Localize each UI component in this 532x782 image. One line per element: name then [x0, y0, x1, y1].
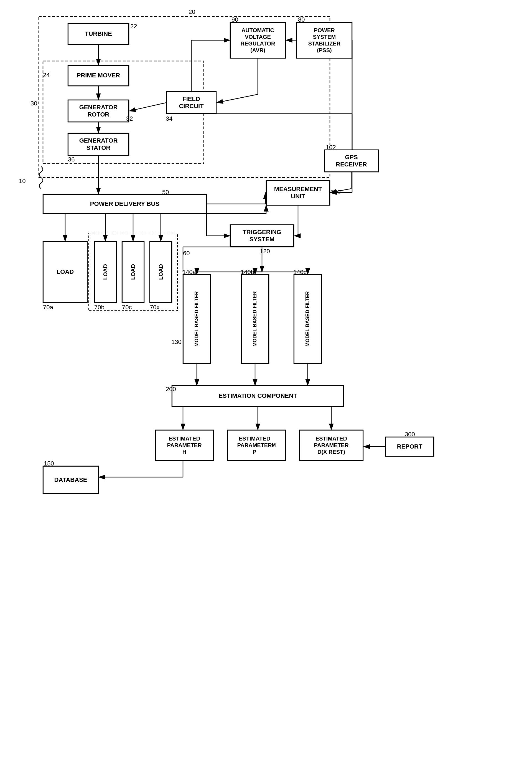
ref-300: 300	[405, 431, 415, 438]
box-load-a: LOAD	[43, 241, 87, 303]
box-field-circuit: FIELDCIRCUIT	[166, 92, 216, 114]
ref-70b: 70b	[94, 304, 105, 311]
box-prime-mover: PRIME MOVER	[68, 65, 129, 86]
ref-70a: 70a	[43, 304, 53, 311]
box-estimated-d: ESTIMATEDPARAMETERD(X REST)	[299, 430, 363, 461]
svg-line-14	[217, 94, 258, 103]
box-report: REPORT	[385, 437, 434, 456]
box-mbf-a: MODEL BASED FILTER	[183, 275, 211, 363]
box-measurement-unit: MEASUREMENTUNIT	[266, 180, 330, 205]
svg-line-38	[227, 192, 266, 194]
ref-34: 34	[166, 115, 173, 122]
box-load-x: LOAD	[150, 241, 172, 303]
ref-30: 30	[31, 100, 37, 107]
box-load-b: LOAD	[94, 241, 116, 303]
ref-70x: 70x	[150, 304, 159, 311]
box-estimated-h: ESTIMATEDPARAMETERH	[155, 430, 214, 461]
box-generator-rotor: GENERATORROTOR	[68, 100, 129, 122]
ref-20: 20	[189, 8, 195, 15]
ref-80: 80	[298, 16, 305, 23]
ref-140c: 140c	[293, 269, 307, 276]
box-pss: POWERSYSTEMSTABILIZER(PSS)	[297, 22, 352, 58]
box-gps-receiver: GPSRECEIVER	[325, 150, 378, 172]
svg-line-11	[129, 103, 166, 111]
box-triggering-system: TRIGGERINGSYSTEM	[230, 225, 294, 247]
svg-line-16	[216, 58, 258, 97]
box-estimation-component: ESTIMATION COMPONENT	[172, 386, 344, 406]
ref-24: 24	[43, 72, 50, 79]
box-mbf-c: MODEL BASED FILTER	[294, 275, 321, 363]
ref-150: 150	[44, 460, 54, 467]
ref-60: 60	[183, 250, 190, 257]
box-power-delivery-bus: POWER DELIVERY BUS	[43, 194, 206, 214]
box-load-c: LOAD	[122, 241, 144, 303]
ref-200: 200	[166, 386, 176, 393]
box-avr: AUTOMATICVOLTAGEREGULATOR(AVR)	[230, 22, 286, 58]
ref-100: 100	[331, 189, 341, 196]
box-estimated-pm: ESTIMATEDPARAMETERPM	[227, 430, 286, 461]
ref-102: 102	[326, 144, 336, 151]
ref-32: 32	[126, 115, 133, 122]
box-generator-stator: GENERATORSTATOR	[68, 133, 129, 155]
ref-50: 50	[162, 189, 169, 196]
box-turbine: TURBINE	[68, 24, 129, 44]
ref-10: 10	[19, 178, 26, 185]
box-mbf-b: MODEL BASED FILTER	[241, 275, 269, 363]
ref-36: 36	[68, 156, 75, 163]
ref-140b: 140b	[241, 269, 254, 276]
ref-130: 130	[171, 339, 182, 346]
box-database: DATABASE	[43, 466, 99, 494]
ref-70c: 70c	[122, 304, 132, 311]
ref-120: 120	[260, 248, 270, 255]
ref-140a: 140a	[182, 269, 196, 276]
ref-22: 22	[130, 23, 137, 30]
diagram-container: 20 TURBINE 22 PRIME MOVER 24 GENERATORRO…	[0, 0, 532, 782]
ref-90: 90	[231, 16, 238, 23]
